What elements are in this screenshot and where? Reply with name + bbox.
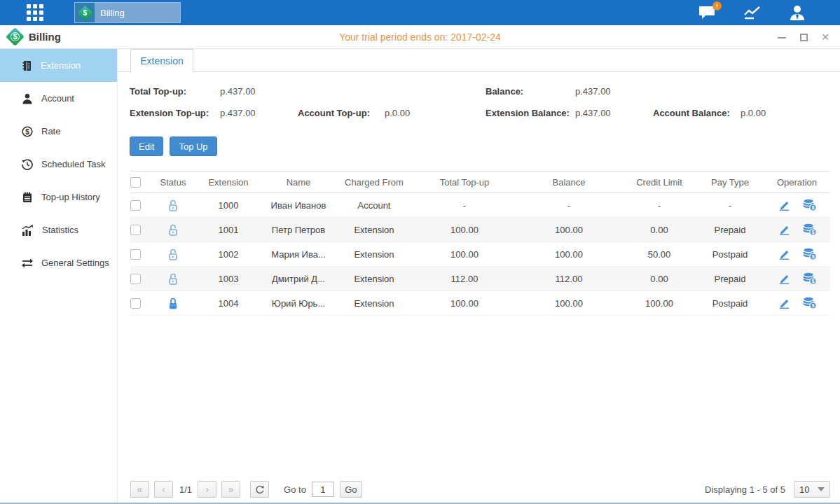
select-all-checkbox[interactable]: [130, 177, 141, 188]
last-page-button[interactable]: »: [221, 481, 240, 498]
transfer-arrows-icon: [22, 258, 33, 269]
charged-from-cell: Extension: [335, 225, 413, 235]
sidebar-item-statistics[interactable]: Statistics: [0, 214, 117, 246]
balance-cell: 100.00: [516, 249, 622, 260]
col-balance: Balance: [516, 177, 622, 188]
extension-balance-value: p.437.00: [575, 108, 611, 118]
maximize-button[interactable]: [799, 32, 808, 42]
edit-icon[interactable]: [778, 199, 790, 211]
sidebar-item-rate[interactable]: $ Rate: [0, 115, 117, 148]
lock-open-icon[interactable]: [167, 272, 179, 286]
table-row: 1001Петр ПетровExtension100.00100.000.00…: [130, 218, 830, 242]
app-window: $ Billing !: [0, 0, 840, 504]
extension-cell: 1002: [195, 249, 262, 260]
app-grid-icon[interactable]: [27, 4, 43, 21]
next-page-button[interactable]: ›: [198, 481, 216, 498]
account-balance-value: p.0.00: [741, 108, 766, 118]
monitor-chart-icon[interactable]: [743, 5, 762, 20]
edit-icon[interactable]: [778, 272, 790, 285]
page-size-select[interactable]: 10: [794, 481, 830, 498]
credit-limit-cell: 0.00: [622, 225, 696, 235]
top-up-button[interactable]: Top Up: [170, 136, 216, 156]
sidebar-item-label: Top-up History: [41, 192, 100, 202]
operation-cell: $: [764, 297, 830, 309]
sidebar-item-label: Account: [41, 93, 74, 104]
svg-text:$: $: [25, 127, 29, 135]
credit-limit-cell: 100.00: [622, 298, 696, 309]
messages-icon[interactable]: !: [698, 5, 717, 20]
sidebar-item-account[interactable]: Account: [0, 82, 117, 115]
extensions-table: Status Extension Name Charged From Total…: [130, 171, 830, 316]
sidebar-item-extension[interactable]: Extension: [0, 49, 117, 82]
top-up-icon[interactable]: $: [803, 297, 817, 309]
status-cell: [151, 297, 195, 310]
total-topup-cell: 112.00: [413, 274, 516, 284]
row-checkbox[interactable]: [130, 225, 141, 235]
tab-extension[interactable]: Extension: [130, 49, 193, 72]
col-charged-from: Charged From: [335, 177, 413, 188]
col-status: Status: [151, 177, 195, 188]
pay-type-cell: Prepaid: [696, 225, 764, 235]
table-row: 1004Юрий Юрь...Extension100.00100.00100.…: [130, 291, 830, 316]
row-checkbox[interactable]: [130, 249, 141, 260]
close-button[interactable]: ×: [820, 32, 830, 42]
displaying-text: Displaying 1 - 5 of 5: [705, 484, 785, 495]
sidebar-item-topup-history[interactable]: Top-up History: [0, 181, 117, 214]
top-up-icon[interactable]: $: [803, 248, 817, 260]
lock-open-icon[interactable]: [167, 223, 179, 237]
sidebar-item-general-settings[interactable]: General Settings: [0, 246, 117, 279]
top-up-icon[interactable]: $: [803, 223, 817, 236]
account-topup-value: p.0.00: [385, 108, 410, 118]
name-cell: Юрий Юрь...: [262, 298, 335, 309]
name-cell: Петр Петров: [262, 225, 335, 235]
lock-open-icon[interactable]: [167, 199, 179, 212]
status-cell: [151, 223, 195, 237]
sidebar-item-label: Scheduled Task: [41, 159, 106, 169]
table-body: 1000Иван ИвановAccount----$1001Петр Петр…: [130, 193, 830, 316]
taskbar-billing-button[interactable]: $ Billing: [74, 2, 181, 23]
notebook-icon: [22, 192, 33, 203]
first-page-button[interactable]: «: [130, 481, 149, 498]
tab-strip: Extension: [118, 49, 840, 72]
table-header: Status Extension Name Charged From Total…: [130, 171, 830, 193]
row-checkbox[interactable]: [130, 274, 141, 284]
bar-chart-icon: [22, 225, 34, 236]
prev-page-button[interactable]: ‹: [154, 481, 173, 498]
row-checkbox[interactable]: [130, 200, 141, 211]
status-cell: [151, 199, 195, 212]
taskbar-billing-label: Billing: [100, 8, 125, 18]
col-name: Name: [262, 177, 335, 188]
billing-logo-icon: $: [6, 27, 25, 46]
operation-cell: $: [764, 199, 830, 211]
edit-icon[interactable]: [778, 297, 790, 309]
edit-button[interactable]: Edit: [130, 136, 163, 156]
minimize-button[interactable]: [777, 32, 787, 42]
status-cell: [151, 272, 195, 286]
sidebar-item-label: Extension: [41, 60, 81, 71]
notification-badge: !: [712, 1, 722, 10]
person-icon: [22, 93, 33, 104]
top-up-icon[interactable]: $: [803, 199, 817, 211]
extension-topup-label: Extension Top-up:: [130, 108, 209, 118]
account-balance-label: Account Balance:: [653, 108, 730, 118]
row-checkbox[interactable]: [130, 298, 141, 309]
col-extension: Extension: [195, 177, 262, 188]
sidebar-item-scheduled-task[interactable]: Scheduled Task: [0, 148, 117, 181]
lock-open-icon[interactable]: [167, 248, 179, 261]
top-up-icon[interactable]: $: [803, 272, 817, 285]
lock-closed-icon[interactable]: [167, 297, 179, 310]
go-button[interactable]: Go: [340, 481, 362, 498]
charged-from-cell: Extension: [335, 274, 413, 284]
ledger-icon: [22, 60, 32, 71]
edit-icon[interactable]: [778, 223, 790, 236]
balance-cell: 100.00: [516, 225, 622, 235]
window-title: Billing: [29, 31, 61, 43]
operation-cell: $: [764, 223, 830, 236]
refresh-button[interactable]: [250, 481, 269, 498]
page-indicator: 1/1: [179, 484, 192, 495]
page-size-value: 10: [799, 484, 809, 495]
user-account-icon[interactable]: [788, 5, 806, 20]
billing-app-icon: $: [75, 3, 95, 22]
edit-icon[interactable]: [778, 248, 790, 260]
goto-page-input[interactable]: [312, 482, 334, 497]
